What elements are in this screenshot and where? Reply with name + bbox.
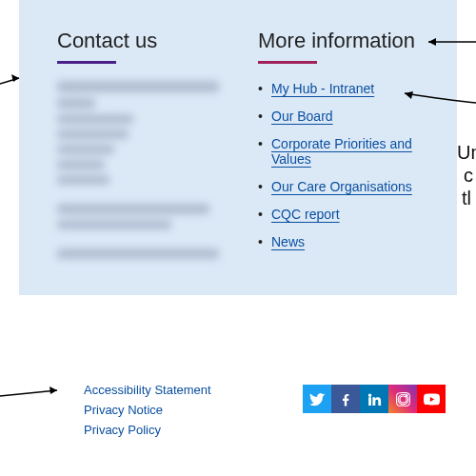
contact-address-blurred [57,81,220,259]
link-accessibility[interactable]: Accessibility Statement [84,381,211,401]
annotation-text: Un [457,141,476,164]
list-item: Our Care Organisations [258,179,421,194]
svg-line-5 [0,390,57,396]
list-item: News [258,234,421,249]
list-item: CQC report [258,207,421,222]
heading-underline-purple [57,61,116,64]
link-priorities[interactable]: Corporate Priorities and Values [271,136,412,167]
footer-panel: Contact us More information My Hub - Int… [19,0,457,295]
contact-column: Contact us [57,29,220,276]
twitter-icon[interactable] [303,385,331,413]
annotation-text: tl [462,187,471,209]
link-privacy-policy[interactable]: Privacy Policy [84,421,211,441]
facebook-icon[interactable] [331,385,360,413]
svg-line-0 [0,78,19,84]
annotation-text: c [464,164,473,187]
heading-underline-magenta [258,61,317,64]
contact-heading: Contact us [57,29,220,53]
moreinfo-column: More information My Hub - Intranet Our B… [258,29,421,276]
social-icons [303,385,446,413]
bottom-links: Accessibility Statement Privacy Notice P… [84,381,211,440]
moreinfo-links-list: My Hub - Intranet Our Board Corporate Pr… [258,81,421,249]
youtube-icon[interactable] [417,385,446,413]
link-cqc[interactable]: CQC report [271,207,340,222]
link-news[interactable]: News [271,234,305,249]
svg-marker-1 [11,74,19,82]
svg-marker-6 [50,387,57,394]
linkedin-icon[interactable] [360,385,388,413]
list-item: My Hub - Intranet [258,81,421,96]
instagram-icon[interactable] [388,385,417,413]
link-privacy-notice[interactable]: Privacy Notice [84,401,211,421]
link-my-hub[interactable]: My Hub - Intranet [271,81,374,96]
link-care-orgs[interactable]: Our Care Organisations [271,179,412,194]
link-our-board[interactable]: Our Board [271,109,333,124]
moreinfo-heading: More information [258,29,421,53]
list-item: Our Board [258,109,421,124]
list-item: Corporate Priorities and Values [258,136,421,167]
